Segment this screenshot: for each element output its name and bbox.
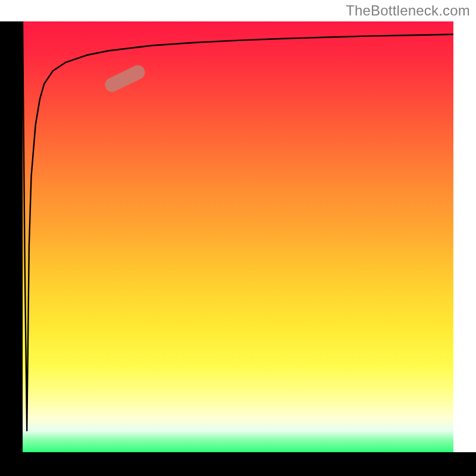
y-axis-band: [0, 21, 23, 476]
plot-area: [0, 0, 476, 476]
gradient-background: [23, 21, 453, 452]
x-axis-band: [0, 452, 476, 476]
chart-stage: TheBottleneck.com: [0, 0, 476, 476]
